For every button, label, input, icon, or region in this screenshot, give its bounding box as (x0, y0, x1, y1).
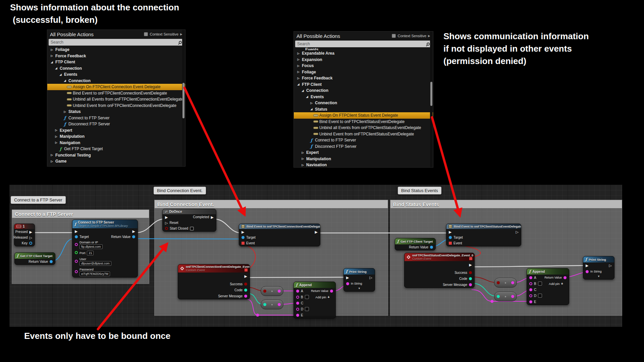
action-row[interactable]: Manipulation (294, 156, 433, 162)
action-row[interactable]: Connect to FTP Server (47, 115, 185, 121)
expand-node-arrow[interactable]: ▼ (583, 275, 614, 279)
scrollbar[interactable] (430, 32, 433, 167)
action-row[interactable]: Disconnect FTP Server (294, 143, 433, 150)
conv-out-pin[interactable] (511, 295, 514, 298)
exec-out-pin[interactable] (245, 275, 247, 278)
start-closed-checkbox[interactable] (190, 227, 194, 231)
append-node[interactable]: ƒAppend AReturn Value BAdd pin+ C D E (293, 282, 336, 318)
action-row[interactable]: Unbind all Events from onFTPClientStatus… (294, 125, 433, 131)
key-event-node[interactable]: 1 Pressed Released Key (14, 224, 35, 246)
exec-in-pin[interactable] (165, 216, 168, 219)
port-field[interactable]: 21 (87, 251, 94, 255)
comment-title[interactable]: Bind Connection Event. (155, 200, 388, 208)
conv-out-pin[interactable] (278, 303, 281, 306)
action-row[interactable]: Foliage (47, 47, 185, 53)
get-ftp-client-target-node[interactable]: ƒGet FTP Client Target Return Value (395, 238, 436, 250)
conv-in-pin[interactable] (497, 281, 500, 284)
scrollbar-thumb[interactable] (430, 82, 432, 106)
checkbox-icon[interactable] (392, 34, 396, 38)
exec-out-pin[interactable] (211, 216, 214, 219)
user-pin[interactable] (75, 260, 78, 263)
exec-in-pin[interactable] (449, 230, 451, 234)
action-row[interactable]: Manipulation (47, 133, 185, 140)
to-string-conversion-node[interactable] (494, 278, 517, 288)
checkbox-icon[interactable] (144, 32, 148, 36)
return-value-pin[interactable] (330, 290, 333, 293)
action-row[interactable]: Unbind Event from onFTPClientStatusEvent… (294, 131, 433, 137)
print-string-node[interactable]: ƒPrint String In String ▼ (343, 268, 375, 292)
to-string-conversion-node[interactable] (261, 300, 283, 309)
success-pin[interactable] (469, 271, 472, 274)
reset-exec-pin[interactable] (165, 221, 168, 225)
event-pin[interactable] (241, 242, 245, 245)
pin-b-value-box[interactable] (538, 282, 542, 286)
code-pin[interactable] (244, 289, 247, 292)
target-pin[interactable] (449, 236, 452, 239)
add-pin-button[interactable]: Add pin+ (549, 282, 563, 286)
comment-title[interactable]: Connect to a FTP Server (12, 210, 149, 218)
context-sensitive-toggle[interactable]: Context Sensitive▶ (392, 34, 430, 38)
exec-out-pin[interactable] (132, 230, 135, 233)
conv-in-pin[interactable] (263, 290, 266, 293)
domain-field[interactable]: ftp.dlptest.com (79, 244, 103, 249)
success-pin[interactable] (244, 283, 247, 286)
pin-e[interactable] (296, 314, 299, 317)
action-row[interactable]: Connect to FTP Server (294, 137, 433, 143)
comment-resize-handle[interactable] (144, 279, 149, 283)
action-row[interactable]: Connection (294, 87, 433, 94)
pin-b-value-box[interactable] (305, 295, 309, 299)
action-row[interactable]: Functional Testing (47, 152, 185, 159)
expand-node-arrow[interactable]: ▼ (344, 287, 375, 291)
action-row[interactable]: Connection (294, 100, 433, 106)
scrollbar-thumb[interactable] (182, 83, 184, 118)
exec-out-pin[interactable] (30, 230, 32, 234)
bind-connection-event-node[interactable]: Bind Event to onFTPClientConnectionEvent… (239, 224, 320, 246)
target-pin[interactable] (75, 235, 78, 238)
in-string-pin[interactable] (586, 270, 589, 273)
action-row[interactable]: Force Feedback (47, 53, 185, 59)
action-row[interactable]: Foliage (294, 69, 433, 75)
action-row[interactable]: Status (294, 106, 433, 113)
target-pin[interactable] (241, 236, 245, 239)
conv-in-pin[interactable] (263, 303, 266, 306)
pin-c[interactable] (529, 288, 532, 291)
pin-d[interactable] (296, 308, 299, 311)
conv-in-pin[interactable] (497, 295, 500, 298)
action-row[interactable]: Connection (47, 65, 185, 72)
pin-d-value-box[interactable] (305, 307, 309, 311)
action-row[interactable]: Get FTP Client Target (47, 146, 185, 152)
exec-out-pin[interactable] (315, 230, 318, 234)
action-row[interactable]: FTP Client (47, 59, 185, 65)
action-row[interactable]: Expert (47, 127, 185, 134)
comment-resize-handle[interactable] (617, 310, 622, 315)
exec-in-pin[interactable] (586, 264, 588, 267)
action-row[interactable]: Events (47, 71, 185, 78)
action-row[interactable]: Force Feedback (294, 75, 433, 81)
event-pin[interactable] (449, 242, 452, 245)
pin-b[interactable] (296, 296, 299, 299)
action-row[interactable]: Focus (294, 63, 433, 69)
action-row[interactable]: Unbind all Events from onFTPClientConnec… (47, 96, 185, 103)
key-pin[interactable] (29, 242, 32, 245)
print-string-node[interactable]: ƒPrint String In String ▼ (583, 256, 614, 280)
pin-c[interactable] (296, 302, 299, 305)
connection-custom-event-node[interactable]: onFTPClientConnectionEventDelegate_Event… (178, 264, 250, 299)
action-row[interactable]: Navigation (47, 140, 185, 146)
action-row[interactable]: Events (294, 94, 433, 100)
return-value-pin[interactable] (564, 276, 567, 279)
domain-pin[interactable] (75, 243, 78, 246)
exec-in-pin[interactable] (346, 276, 349, 279)
action-row[interactable]: Navigation (294, 162, 433, 166)
pin-e[interactable] (529, 300, 532, 303)
append-node[interactable]: ƒAppend AReturn Value BAdd pin+ C D E (527, 268, 569, 305)
action-row[interactable]: Assign On FTPClient Connection Event Del… (47, 84, 185, 90)
action-row[interactable]: Bind Event to onFTPClientConnectionEvent… (47, 90, 185, 97)
server-message-pin[interactable] (469, 283, 472, 286)
comment-resize-handle[interactable] (383, 310, 387, 315)
delegate-output-pin[interactable] (245, 268, 248, 272)
to-string-conversion-node[interactable] (494, 292, 517, 301)
pin-a[interactable] (296, 290, 299, 293)
action-row[interactable]: Assign On FTPClient Status Event Delegat… (294, 112, 433, 119)
comment-title[interactable]: Bind Status Events (390, 200, 622, 208)
return-value-pin[interactable] (132, 235, 135, 238)
